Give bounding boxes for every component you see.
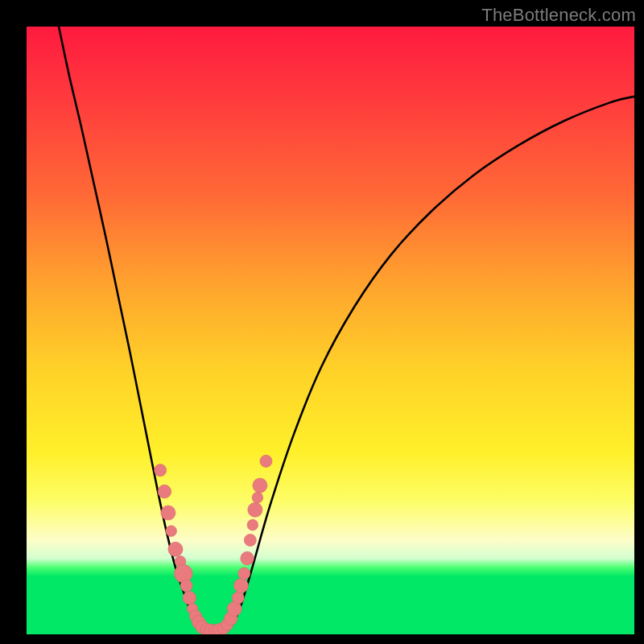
marker-point xyxy=(238,568,250,580)
marker-point xyxy=(168,542,183,556)
curve-group xyxy=(59,27,634,632)
watermark-text: TheBottleneck.com xyxy=(481,5,636,26)
marker-point xyxy=(260,455,272,467)
chart-frame: TheBottleneck.com xyxy=(0,0,644,644)
curve-left-branch xyxy=(59,27,200,628)
marker-point xyxy=(158,485,171,498)
marker-point xyxy=(247,519,258,530)
plot-area xyxy=(27,27,634,634)
chart-svg xyxy=(27,27,634,634)
marker-point xyxy=(183,591,196,605)
marker-point xyxy=(155,464,167,477)
marker-group xyxy=(155,455,272,634)
marker-point xyxy=(244,534,256,546)
marker-point xyxy=(174,564,192,583)
marker-point xyxy=(241,551,254,565)
marker-point xyxy=(233,579,248,593)
marker-point xyxy=(253,478,267,493)
marker-point xyxy=(161,506,175,520)
marker-point xyxy=(232,592,244,604)
marker-point xyxy=(248,502,262,517)
curve-right-branch xyxy=(230,97,634,629)
marker-point xyxy=(180,580,192,592)
marker-point xyxy=(166,526,177,537)
marker-point xyxy=(252,492,263,503)
